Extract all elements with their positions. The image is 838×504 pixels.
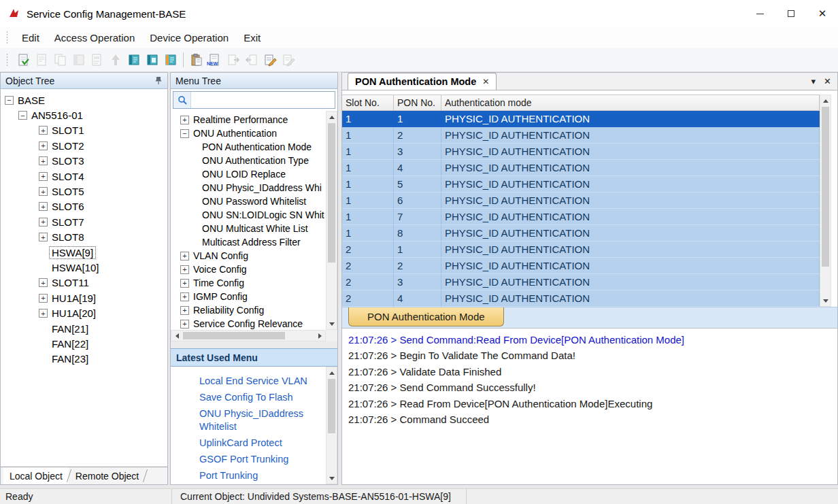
tree-node-fan21[interactable]: FAN[21] (1, 321, 167, 336)
scroll-up-button[interactable] (326, 367, 337, 378)
tree-node-fan22[interactable]: FAN[22] (1, 336, 167, 351)
table-row[interactable]: 15PHYSIC_ID AUTHENTICATION (342, 176, 820, 192)
expand-icon[interactable]: + (180, 265, 189, 274)
menu-node-reliability-config[interactable]: +Reliability Config (171, 303, 326, 317)
modify-icon[interactable] (280, 51, 297, 68)
tree-node-hu1a19[interactable]: +HU1A[19] (1, 290, 167, 305)
expand-icon[interactable]: + (180, 320, 189, 329)
menu-exit[interactable]: Exit (236, 27, 268, 48)
tab-pon-authentication-mode[interactable]: PON Authentication Mode ✕ (348, 73, 497, 90)
table-row[interactable]: 17PHYSIC_ID AUTHENTICATION (342, 209, 820, 225)
scroll-left-button[interactable] (171, 331, 182, 341)
tree-node-slot6[interactable]: +SLOT6 (1, 199, 167, 214)
scroll-up-button[interactable] (326, 112, 337, 122)
expand-icon[interactable]: + (39, 233, 48, 241)
expand-icon[interactable]: + (39, 187, 48, 196)
maximize-button[interactable] (775, 0, 807, 27)
expand-icon[interactable]: + (39, 218, 48, 226)
menu-search-input[interactable] (191, 92, 335, 108)
menu-node-voice-config[interactable]: +Voice Config (171, 263, 326, 276)
scroll-down-button[interactable] (326, 318, 337, 329)
tree-node-an5516[interactable]: −AN5516-01 (1, 107, 167, 122)
tab-list-dropdown-icon[interactable]: ▾ (811, 76, 816, 86)
collapse-icon[interactable]: − (180, 129, 189, 138)
menu-access-operation[interactable]: Access Operation (47, 27, 142, 48)
menu-tree-hscrollbar[interactable] (171, 330, 326, 341)
expand-icon[interactable]: + (39, 141, 48, 150)
scroll-down-button[interactable] (820, 295, 831, 306)
menu-node-onu-sn-loid-whitelist[interactable]: ONU SN:LOIDLogic SN Whit (171, 208, 326, 222)
menu-node-time-config[interactable]: +Time Config (171, 276, 326, 290)
tree-node-slot2[interactable]: +SLOT2 (1, 138, 167, 153)
search-button[interactable] (173, 92, 191, 108)
table-row[interactable]: 14PHYSIC_ID AUTHENTICATION (342, 160, 820, 176)
expand-icon[interactable]: + (180, 292, 189, 301)
expand-icon[interactable]: + (39, 202, 48, 211)
tree-node-hswa10[interactable]: HSWA[10] (1, 260, 167, 275)
pin-icon[interactable] (154, 76, 163, 85)
book-icon[interactable] (70, 51, 87, 68)
expand-icon[interactable]: + (180, 306, 189, 315)
menu-node-service-config-relevance[interactable]: +Service Config Relevance (171, 317, 326, 330)
tree-node-base[interactable]: −BASE (1, 93, 167, 107)
menu-edit[interactable]: Edit (14, 27, 47, 48)
latest-link-port-trunking[interactable]: Port Trunking (199, 469, 316, 482)
tab-local-object[interactable]: Local Object (3, 467, 69, 484)
import-icon[interactable] (243, 51, 260, 68)
menu-node-igmp-config[interactable]: +IGMP Config (171, 290, 326, 303)
latest-link-save-config-to-flash[interactable]: Save Config To Flash (199, 391, 316, 404)
result-tab-pon-authentication-mode[interactable]: PON Authentication Mode (348, 307, 504, 326)
tree-node-slot7[interactable]: +SLOT7 (1, 214, 167, 229)
scroll-up-button[interactable] (820, 95, 831, 106)
save-icon[interactable] (33, 51, 50, 68)
table-row[interactable]: 22PHYSIC_ID AUTHENTICATION (342, 258, 820, 274)
table-row[interactable]: 12PHYSIC_ID AUTHENTICATION (342, 127, 820, 144)
minimize-button[interactable] (744, 0, 775, 27)
expand-icon[interactable]: + (180, 252, 189, 261)
tab-remote-object[interactable]: Remote Object (69, 467, 145, 484)
latest-link-uplinkcard-protect[interactable]: UplinkCard Protect (199, 437, 316, 450)
batch-copy-icon[interactable] (144, 51, 161, 68)
toolbar-grip[interactable] (5, 53, 9, 67)
expand-icon[interactable]: + (180, 279, 189, 288)
menu-node-vlan-config[interactable]: +VLAN Config (171, 249, 326, 263)
batch-config-icon[interactable] (125, 51, 142, 68)
table-row[interactable]: 24PHYSIC_ID AUTHENTICATION (342, 290, 820, 307)
tree-node-slot1[interactable]: +SLOT1 (1, 123, 167, 138)
tree-node-fan23[interactable]: FAN[23] (1, 352, 167, 367)
menu-node-onu-multicast-white-list[interactable]: ONU Multicast White List (171, 222, 326, 235)
menu-node-pon-authentication-mode[interactable]: PON Authentication Mode (171, 140, 326, 154)
paste-icon[interactable] (188, 51, 205, 68)
expand-icon[interactable]: + (39, 126, 48, 135)
expand-icon[interactable]: + (39, 156, 48, 165)
tree-node-hu1a20[interactable]: +HU1A[20] (1, 305, 167, 320)
table-row[interactable]: 13PHYSIC_ID AUTHENTICATION (342, 144, 820, 160)
column-authentication-mode[interactable]: Authentication mode (441, 95, 820, 111)
menu-tree-vscrollbar[interactable] (326, 111, 337, 330)
tree-node-slot4[interactable]: +SLOT4 (1, 169, 167, 184)
column-slot-no[interactable]: Slot No. (342, 95, 394, 111)
column-pon-no[interactable]: PON No. (394, 95, 441, 111)
close-button[interactable]: ✕ (807, 0, 838, 27)
copy-icon[interactable] (52, 51, 69, 68)
tab-close-icon[interactable]: ✕ (482, 77, 489, 86)
scrollbar-thumb[interactable] (183, 332, 285, 339)
scrollbar-thumb[interactable] (328, 379, 335, 433)
menu-node-onu-authentication-type[interactable]: ONU Authentication Type (171, 154, 326, 167)
latest-link-gsof-port-trunking[interactable]: GSOF Port Trunking (199, 453, 316, 466)
expand-icon[interactable]: + (180, 116, 189, 124)
menu-node-realtime-performance[interactable]: +Realtime Performance (171, 113, 326, 127)
tree-node-slot5[interactable]: +SLOT5 (1, 184, 167, 199)
menubar-grip[interactable] (5, 31, 9, 44)
tree-node-slot8[interactable]: +SLOT8 (1, 230, 167, 245)
scroll-right-button[interactable] (314, 331, 325, 341)
scrollbar-thumb[interactable] (822, 107, 829, 267)
validate-icon[interactable] (15, 51, 32, 68)
latest-used-vscrollbar[interactable] (326, 367, 337, 484)
batch-modify-icon[interactable] (162, 51, 179, 68)
export-icon[interactable] (224, 51, 241, 68)
latest-link-local-end-service-vlan[interactable]: Local End Service VLAN (199, 375, 316, 388)
menu-node-onu-physic-id-whitelist[interactable]: ONU Physic_IDaddress Whi (171, 181, 326, 195)
tab-group-close-icon[interactable]: ✕ (824, 76, 831, 86)
table-row[interactable]: 16PHYSIC_ID AUTHENTICATION (342, 192, 820, 209)
